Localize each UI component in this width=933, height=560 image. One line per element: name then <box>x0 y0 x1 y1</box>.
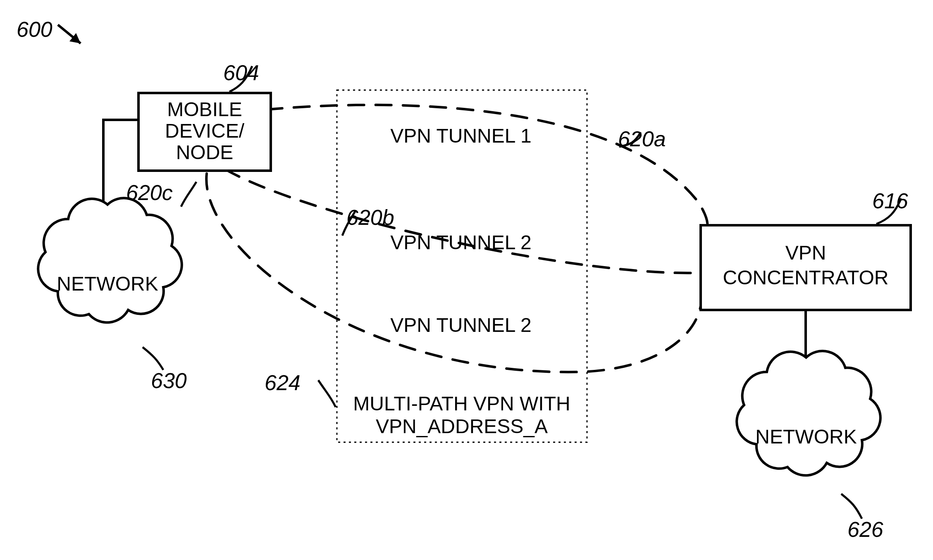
diagram-root: 600 MOBILE DEVICE/ NODE 604 VPN CONCENTR… <box>0 0 933 560</box>
tunnel-b-path <box>225 169 701 273</box>
ref-620c: 620c <box>126 181 173 205</box>
multipath-label-2: VPN_ADDRESS_A <box>376 415 548 437</box>
ref-626-leader <box>841 494 862 519</box>
concentrator-label-1: VPN <box>785 242 826 264</box>
network-right-label: NETWORK <box>755 426 857 448</box>
tunnel-a-label: VPN TUNNEL 1 <box>390 125 531 147</box>
tunnel-a-path <box>267 105 707 231</box>
ref-626: 626 <box>847 517 883 541</box>
ref-630-leader <box>143 347 163 370</box>
ref-616: 616 <box>872 189 908 213</box>
concentrator-label-2: CONCENTRATOR <box>723 267 889 288</box>
ref-620c-leader <box>181 182 196 207</box>
tunnel-c-label: VPN TUNNEL 2 <box>390 314 531 336</box>
ref-604: 604 <box>223 61 259 85</box>
ref-620a: 620a <box>618 127 666 151</box>
mobile-label-2: DEVICE/ <box>165 120 245 142</box>
ref-624: 624 <box>265 371 301 395</box>
network-right-cloud: NETWORK <box>737 351 881 475</box>
tunnel-c-path <box>206 174 701 372</box>
network-left-label: NETWORK <box>57 273 158 295</box>
mobile-label-3: NODE <box>176 141 234 163</box>
mobile-label-1: MOBILE <box>167 98 242 120</box>
figure-ref: 600 <box>17 17 52 41</box>
tunnel-b-label: VPN TUNNEL 2 <box>390 231 531 253</box>
ref-620b: 620b <box>346 205 394 229</box>
multipath-label-1: MULTI-PATH VPN WITH <box>353 393 570 415</box>
ref-624-leader <box>318 380 336 407</box>
ref-630: 630 <box>151 369 187 393</box>
network-left-cloud: NETWORK <box>38 198 182 322</box>
